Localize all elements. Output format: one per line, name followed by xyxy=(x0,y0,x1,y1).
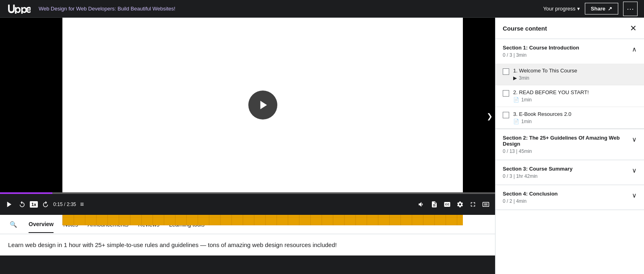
chevron-down-2-icon: ∨ xyxy=(632,136,637,143)
next-section-button[interactable]: ❯ xyxy=(484,104,495,128)
chevron-down-3-icon: ∨ xyxy=(632,167,637,174)
section-2-header[interactable]: Section 2: The 25+ Guidelines Of Amazing… xyxy=(495,129,644,160)
captions-button[interactable] xyxy=(442,199,452,210)
course-content-sidebar: Course content ✕ Section 1: Course Intro… xyxy=(495,18,644,274)
section-4-meta: 0 / 2 | 4min xyxy=(503,198,558,204)
svg-rect-3 xyxy=(484,203,488,206)
lesson-1-item[interactable]: 1. Welcome To This Course ▶ 3min xyxy=(495,64,644,85)
video-player: ✏️ 🖊️ 📐 🎨 💡 🖋️ ✏️ 📏 ❯ 1x xyxy=(0,18,495,215)
sidebar-title: Course content xyxy=(503,25,547,32)
lesson-1-checkbox[interactable] xyxy=(503,68,509,75)
lesson-1-name: 1. Welcome To This Course xyxy=(513,68,577,74)
rewind-button[interactable] xyxy=(17,199,27,210)
share-button[interactable]: Share ↗ xyxy=(585,3,618,14)
theater-mode-button[interactable] xyxy=(481,199,491,210)
section-1: Section 1: Course Introduction 0 / 3 | 3… xyxy=(495,39,644,129)
lesson-2-name: 2. READ BEFORE YOU START! xyxy=(513,89,589,95)
section-1-meta: 0 / 3 | 3min xyxy=(503,52,579,58)
transcript-button[interactable]: ≡ xyxy=(78,199,85,210)
course-title: Web Design for Web Developers: Build Bea… xyxy=(39,6,543,12)
section-3-header[interactable]: Section 3: Course Summary 0 / 3 | 1hr 42… xyxy=(495,160,644,185)
svg-marker-0 xyxy=(260,101,266,109)
lesson-2-duration: 1min xyxy=(521,97,532,103)
lesson-1-duration: 3min xyxy=(519,75,529,81)
share-icon: ↗ xyxy=(608,6,612,12)
udemy-logo xyxy=(6,4,31,14)
section-3-meta: 0 / 3 | 1hr 42min xyxy=(503,173,572,179)
content-area: ✏️ 🖊️ 📐 🎨 💡 🖋️ ✏️ 📏 ❯ 1x xyxy=(0,18,495,274)
lesson-3-duration: 1min xyxy=(521,119,532,124)
description-area: Learn web design in 1 hour with 25+ simp… xyxy=(0,234,495,255)
tab-overview[interactable]: Overview xyxy=(29,216,54,233)
description-text: Learn web design in 1 hour with 25+ simp… xyxy=(8,241,487,248)
lesson-3-checkbox[interactable] xyxy=(503,112,509,118)
lesson-3-item[interactable]: 3. E-Book Resources 2.0 📄 1min xyxy=(495,107,644,129)
section-4-name: Section 4: Conclusion xyxy=(503,191,558,197)
sidebar-header: Course content ✕ xyxy=(495,18,644,39)
section-4-header[interactable]: Section 4: Conclusion 0 / 2 | 4min ∨ xyxy=(495,185,644,210)
doc-icon-3: 📄 xyxy=(513,119,519,124)
header-right: Your progress ▾ Share ↗ ⋯ xyxy=(543,2,638,16)
section-4: Section 4: Conclusion 0 / 2 | 4min ∨ xyxy=(495,185,644,210)
search-tab-icon[interactable]: 🔍 xyxy=(8,219,19,230)
volume-button[interactable] xyxy=(416,199,427,210)
section-2: Section 2: The 25+ Guidelines Of Amazing… xyxy=(495,129,644,160)
chevron-down-4-icon: ∨ xyxy=(632,192,637,199)
settings-button[interactable] xyxy=(455,199,465,210)
play-button[interactable] xyxy=(248,91,277,119)
time-display: 0:15 / 2:35 xyxy=(53,202,76,207)
chevron-up-icon: ∧ xyxy=(632,45,637,53)
lesson-2-checkbox[interactable] xyxy=(503,90,509,97)
fullscreen-button[interactable] xyxy=(468,199,478,210)
progress-button[interactable]: Your progress ▾ xyxy=(543,6,580,12)
section-3-name: Section 3: Course Summary xyxy=(503,166,572,172)
section-2-name: Section 2: The 25+ Guidelines Of Amazing… xyxy=(503,135,632,147)
main-layout: ✏️ 🖊️ 📐 🎨 💡 🖋️ ✏️ 📏 ❯ 1x xyxy=(0,18,644,274)
close-sidebar-button[interactable]: ✕ xyxy=(630,23,637,33)
speed-button[interactable]: 1x xyxy=(30,201,38,208)
lesson-3-name: 3. E-Book Resources 2.0 xyxy=(513,111,572,117)
more-options-button[interactable]: ⋯ xyxy=(623,2,638,16)
notes-button[interactable] xyxy=(429,199,440,210)
video-icon: ▶ xyxy=(513,75,517,81)
chevron-down-icon: ▾ xyxy=(577,6,580,12)
more-icon: ⋯ xyxy=(627,4,634,13)
video-controls-bar: 1x 0:15 / 2:35 ≡ xyxy=(0,194,495,215)
section-3: Section 3: Course Summary 0 / 3 | 1hr 42… xyxy=(495,160,644,185)
section-1-name: Section 1: Course Introduction xyxy=(503,45,579,51)
letterbox-left xyxy=(0,18,62,192)
section-1-header[interactable]: Section 1: Course Introduction 0 / 3 | 3… xyxy=(495,39,644,64)
video-white-frame xyxy=(62,18,463,192)
lesson-2-item[interactable]: 2. READ BEFORE YOU START! 📄 1min xyxy=(495,85,644,107)
play-pause-button[interactable] xyxy=(4,199,14,210)
fast-forward-button[interactable] xyxy=(40,199,51,210)
svg-marker-1 xyxy=(7,202,12,207)
doc-icon-2: 📄 xyxy=(513,97,519,103)
section-2-meta: 0 / 13 | 45min xyxy=(503,148,632,154)
header: Web Design for Web Developers: Build Bea… xyxy=(0,0,644,18)
